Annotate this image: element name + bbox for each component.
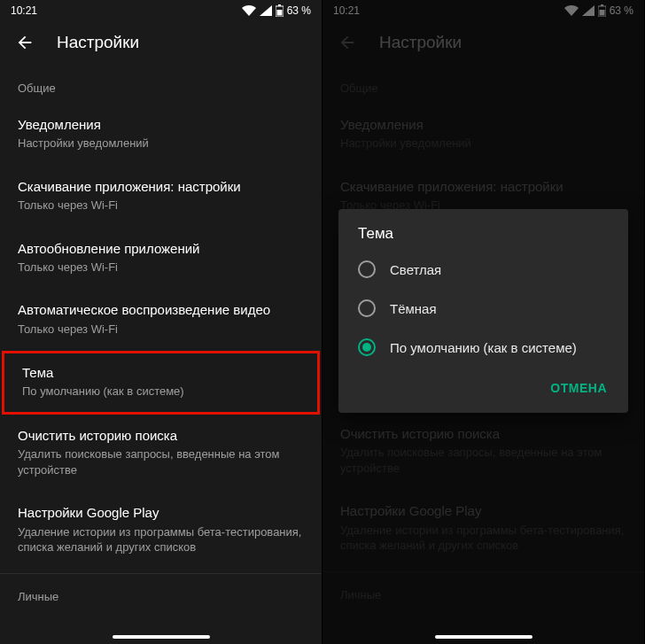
- phone-left: 10:21 63 % Настройки Общие Уведомления Н…: [0, 0, 322, 644]
- item-sub: Удаление истории из программы бета-тести…: [18, 524, 304, 555]
- dialog-actions: ОТМЕНА: [338, 367, 628, 407]
- dialog-title: Тема: [338, 225, 628, 250]
- phone-right: 10:21 63 % Настройки Общие Уведомления Н…: [322, 0, 645, 644]
- section-general: Общие: [0, 69, 322, 104]
- item-notifications[interactable]: Уведомления Настройки уведомлений: [0, 104, 322, 166]
- item-play-settings[interactable]: Настройки Google Play Удаление истории и…: [0, 492, 322, 569]
- item-title: Тема: [22, 364, 299, 382]
- signal-icon: [260, 5, 272, 16]
- gesture-bar: [322, 630, 644, 644]
- option-label: По умолчанию (как в системе): [390, 340, 577, 355]
- radio-icon: [358, 338, 376, 356]
- item-sub: По умолчанию (как в системе): [22, 384, 299, 400]
- highlight-theme: Тема По умолчанию (как в системе): [2, 351, 320, 415]
- titlebar: Настройки: [0, 21, 322, 64]
- battery-icon: [276, 4, 284, 17]
- home-indicator[interactable]: [113, 635, 210, 639]
- item-download[interactable]: Скачивание приложения: настройки Только …: [0, 166, 322, 228]
- item-title: Настройки Google Play: [18, 504, 304, 522]
- section-personal: Личные: [0, 578, 322, 612]
- item-sub: Настройки уведомлений: [18, 136, 304, 151]
- status-bar: 10:21 63 %: [0, 0, 322, 21]
- item-sub: Только через Wi-Fi: [18, 198, 304, 213]
- item-autoplay[interactable]: Автоматическое воспроизведение видео Тол…: [0, 289, 322, 351]
- radio-icon: [358, 299, 376, 317]
- arrow-left-icon: [15, 33, 35, 52]
- wifi-icon: [242, 5, 256, 16]
- item-clear-history[interactable]: Очистить историю поиска Удалить поисковы…: [0, 415, 322, 492]
- option-light[interactable]: Светлая: [338, 250, 628, 289]
- item-sub: Удалить поисковые запросы, введенные на …: [18, 446, 304, 477]
- option-label: Тёмная: [390, 301, 437, 316]
- page-title: Настройки: [57, 33, 139, 52]
- content: Общие Уведомления Настройки уведомлений …: [0, 64, 322, 612]
- item-title: Скачивание приложения: настройки: [18, 178, 304, 196]
- gesture-bar: [0, 630, 322, 644]
- item-sub: Только через Wi-Fi: [18, 260, 304, 275]
- status-time: 10:21: [11, 4, 37, 17]
- home-indicator[interactable]: [435, 635, 532, 639]
- option-label: Светлая: [390, 262, 441, 277]
- item-sub: Только через Wi-Fi: [18, 322, 304, 338]
- item-autoupdate[interactable]: Автообновление приложений Только через W…: [0, 228, 322, 290]
- item-title: Уведомления: [18, 116, 304, 134]
- battery-percent: 63 %: [287, 4, 311, 17]
- theme-dialog: Тема Светлая Тёмная По умолчанию (как в …: [338, 209, 628, 413]
- option-default[interactable]: По умолчанию (как в системе): [338, 328, 628, 367]
- svg-rect-1: [278, 4, 281, 6]
- back-button[interactable]: [7, 25, 43, 60]
- radio-icon: [358, 260, 376, 278]
- svg-rect-2: [276, 10, 282, 16]
- item-title: Автообновление приложений: [18, 240, 304, 258]
- divider: [0, 573, 322, 574]
- status-icons: 63 %: [242, 4, 311, 17]
- item-title: Очистить историю поиска: [18, 427, 304, 445]
- cancel-button[interactable]: ОТМЕНА: [541, 374, 616, 402]
- item-theme[interactable]: Тема По умолчанию (как в системе): [4, 353, 317, 412]
- item-title: Автоматическое воспроизведение видео: [18, 301, 304, 319]
- option-dark[interactable]: Тёмная: [338, 289, 628, 328]
